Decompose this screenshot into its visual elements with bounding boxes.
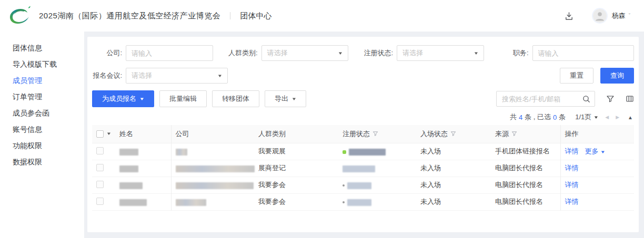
search-icon[interactable] <box>582 95 590 103</box>
redacted-name <box>119 199 147 206</box>
chevron-down-icon: ▼ <box>600 150 605 154</box>
source-cell: 电脑团长代报名 <box>491 193 560 210</box>
action-详情[interactable]: 详情 <box>565 198 579 205</box>
register-status-cell <box>338 160 416 177</box>
job-title-input[interactable] <box>532 45 635 61</box>
sidebar-item-account-info[interactable]: 账号信息 <box>0 121 84 138</box>
chevron-down-icon: ▼ <box>593 115 599 120</box>
col-header-人群类别: 人群类别 <box>254 125 338 143</box>
export-button[interactable]: 导出 ▼ <box>265 90 306 107</box>
filter-funnel-icon[interactable] <box>373 131 378 137</box>
search-input[interactable] <box>502 95 582 103</box>
filter-label-job-title: 职务: <box>499 48 532 58</box>
toolbar: 为成员报名 ▼ 批量编辑 转移团体 导出 ▼ <box>92 90 634 107</box>
row-checkbox[interactable] <box>96 147 104 154</box>
action-cell: 详情更多▼ <box>560 143 634 160</box>
mid-label: 条 , 已选 <box>525 112 551 122</box>
action-详情[interactable]: 详情 <box>565 147 579 155</box>
action-更多[interactable]: 更多▼ <box>585 147 605 155</box>
redacted-status <box>349 149 386 156</box>
sidebar-item-group-info[interactable]: 团体信息 <box>0 40 84 56</box>
entry-status-cell: 未入场 <box>416 193 491 210</box>
sidebar-item-order-management[interactable]: 订单管理 <box>0 89 84 105</box>
company-cell <box>171 177 254 193</box>
chevron-down-icon: ▼ <box>473 51 478 56</box>
reset-button[interactable]: 重置 <box>560 68 593 84</box>
row-checkbox[interactable] <box>96 181 104 188</box>
register-status-select[interactable]: 请选择▼ <box>397 45 484 61</box>
entry-status-cell: 未入场 <box>416 143 491 160</box>
col-header-注册状态: 注册状态 <box>338 125 416 143</box>
filter-label-crowd-type: 人群类别: <box>228 48 261 58</box>
category-cell: 我要观展 <box>254 143 338 160</box>
col-header-label: 姓名 <box>119 129 133 139</box>
chevron-down-icon: ▼ <box>291 97 297 101</box>
source-cell: 电脑团长代报名 <box>491 177 560 193</box>
row-select-cell <box>92 143 115 160</box>
redacted-company <box>176 165 255 172</box>
crowd-type-select[interactable]: 请选择▼ <box>261 45 349 61</box>
action-详情[interactable]: 详情 <box>565 164 579 172</box>
user-name[interactable]: 杨森 <box>612 11 626 20</box>
chevron-down-icon: ▼ <box>338 51 343 56</box>
redacted-status <box>347 182 371 189</box>
sidebar-item-template-download[interactable]: 导入模版下载 <box>0 56 84 73</box>
pagination-prev-icon[interactable]: ◀ <box>605 115 609 120</box>
page-selector[interactable]: 1/1页 ▼ <box>575 112 598 122</box>
col-header-label: 来源 <box>495 129 509 139</box>
download-icon[interactable] <box>564 11 574 21</box>
action-cell: 详情 <box>560 177 634 193</box>
col-header-操作: 操作 <box>560 125 634 143</box>
avatar[interactable] <box>592 8 608 24</box>
chevron-down-icon[interactable]: ˇ <box>629 13 630 19</box>
sidebar-item-member-letter[interactable]: 成员参会函 <box>0 105 84 121</box>
register-status-cell <box>338 177 416 193</box>
export-label: 导出 <box>275 94 288 104</box>
status-dot-grey <box>343 201 345 203</box>
sidebar-item-function-permission[interactable]: 功能权限 <box>0 138 84 154</box>
chevron-down-icon[interactable]: ▼ <box>106 131 112 136</box>
sidebar-item-member-management[interactable]: 成员管理 <box>0 73 84 89</box>
toolbar-right <box>496 91 634 107</box>
redacted-status <box>347 199 371 206</box>
pagination-next-icon[interactable]: ▶ <box>616 115 619 120</box>
transfer-group-button[interactable]: 转移团体 <box>212 90 259 107</box>
name-cell <box>115 177 171 193</box>
action-cell: 详情 <box>560 193 634 210</box>
col-header-姓名: 姓名 <box>115 125 171 143</box>
main-area: 公司:人群类别:请选择▼注册状态:请选择▼职务: 报名会议:请选择▼ 重置 查询… <box>84 32 644 238</box>
redacted-name <box>119 165 138 172</box>
meeting-select[interactable]: 请选择▼ <box>126 68 228 84</box>
title-divider <box>230 12 230 19</box>
query-button[interactable]: 查询 <box>600 68 634 84</box>
filter-meeting: 报名会议:请选择▼ <box>92 68 228 84</box>
register-member-label: 为成员报名 <box>102 94 136 104</box>
collapse-up-icon[interactable]: ▲ <box>628 115 633 120</box>
status-dot-grey <box>343 184 345 187</box>
name-cell <box>115 160 171 177</box>
company-cell <box>171 160 254 177</box>
action-详情[interactable]: 详情 <box>565 181 579 189</box>
sidebar-item-data-permission[interactable]: 数据权限 <box>0 154 84 170</box>
company-input[interactable] <box>126 45 213 61</box>
row-checkbox[interactable] <box>96 198 104 205</box>
col-header-入场状态: 入场状态 <box>416 125 491 143</box>
register-status-placeholder: 请选择 <box>402 48 423 58</box>
filter-label-meeting: 报名会议: <box>92 71 126 80</box>
filter-funnel-icon[interactable] <box>450 131 456 137</box>
filter-funnel-icon[interactable] <box>606 95 615 103</box>
column-settings-icon[interactable] <box>626 95 634 103</box>
table-header-select: ▼ <box>92 125 115 143</box>
header-left: 2025湖南（国际）通用航空及低空经济产业博览会 团体中心 <box>7 5 271 26</box>
filter-label-company: 公司: <box>92 48 126 58</box>
name-cell <box>115 193 171 210</box>
count-row: 共 4 条 , 已选 0 条 1/1页 ▼ ◀ ▶ ▲ <box>92 112 633 122</box>
select-all-checkbox[interactable] <box>96 130 104 138</box>
filter-funnel-icon[interactable] <box>511 131 517 137</box>
total-count: 4 <box>519 113 522 121</box>
company-cell <box>171 143 254 160</box>
filter-register-status: 注册状态:请选择▼ <box>363 45 499 61</box>
row-checkbox[interactable] <box>96 164 104 171</box>
register-member-button[interactable]: 为成员报名 ▼ <box>92 90 154 107</box>
batch-edit-button[interactable]: 批量编辑 <box>159 90 207 107</box>
